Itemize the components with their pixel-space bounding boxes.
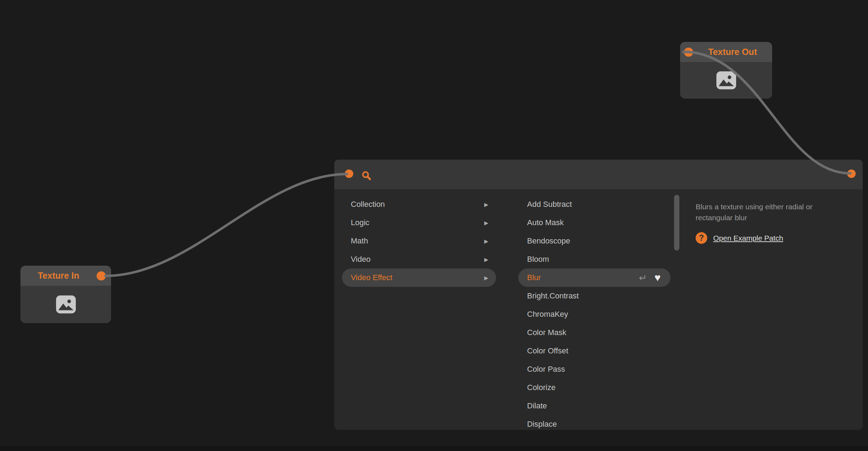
op-item-bloom[interactable]: Bloom	[518, 250, 671, 268]
op-label: Bendoscope	[527, 236, 663, 246]
op-item-add-subtract[interactable]: Add Subtract	[518, 195, 671, 214]
category-item-logic[interactable]: Logic▶	[342, 214, 496, 232]
wire-texture-in-to-search	[105, 174, 347, 276]
op-item-blur[interactable]: Blur ♥	[518, 268, 671, 287]
op-label: Color Offset	[527, 346, 663, 356]
op-item-auto-mask[interactable]: Auto Mask	[518, 214, 671, 232]
op-label: Bloom	[527, 255, 663, 264]
category-item-math[interactable]: Math▶	[342, 232, 496, 250]
op-item-color-mask[interactable]: Color Mask	[518, 323, 671, 342]
open-example-patch-link[interactable]: Open Example Patch	[713, 234, 783, 242]
op-label: Auto Mask	[527, 218, 663, 227]
op-search-dialog: Collection▶Logic▶Math▶Video▶Video Effect…	[334, 160, 863, 430]
op-label: Bright.Contrast	[527, 291, 663, 301]
category-label: Collection	[351, 200, 484, 209]
input-port[interactable]	[684, 48, 693, 57]
op-description: Blurs a texture using either radial or r…	[696, 201, 835, 223]
op-label: Add Subtract	[527, 200, 663, 209]
example-patch-row: ? Open Example Patch	[696, 232, 840, 244]
op-label: Color Mask	[527, 328, 663, 337]
link-end-port[interactable]	[847, 169, 856, 178]
op-item-bright-contrast[interactable]: Bright.Contrast	[518, 287, 671, 305]
submenu-arrow-icon: ▶	[484, 239, 488, 244]
image-icon	[715, 70, 737, 90]
category-label: Video	[351, 255, 484, 264]
op-item-color-pass[interactable]: Color Pass	[518, 360, 671, 378]
submenu-arrow-icon: ▶	[484, 220, 488, 226]
category-label: Logic	[351, 218, 484, 227]
category-label: Video Effect	[351, 273, 484, 282]
node-title: Texture In	[20, 271, 97, 281]
node-texture-out-body	[680, 62, 772, 99]
op-label: ChromaKey	[527, 310, 663, 319]
op-item-chromakey[interactable]: ChromaKey	[518, 305, 671, 323]
output-port[interactable]	[97, 271, 106, 280]
op-item-colorize[interactable]: Colorize	[518, 378, 671, 397]
node-texture-out-header: Texture Out	[680, 42, 772, 62]
node-title: Texture Out	[693, 47, 772, 57]
help-icon[interactable]: ?	[696, 232, 707, 244]
node-texture-out[interactable]: Texture Out	[680, 42, 772, 99]
category-item-collection[interactable]: Collection▶	[342, 195, 496, 214]
bottom-panel-edge	[0, 446, 868, 451]
op-list: Add SubtractAuto MaskBendoscopeBloomBlur…	[518, 195, 671, 430]
op-item-bendoscope[interactable]: Bendoscope	[518, 232, 671, 250]
op-list-scrollbar[interactable]	[674, 195, 679, 251]
favorite-heart-icon[interactable]: ♥	[654, 272, 661, 283]
submenu-arrow-icon: ▶	[484, 257, 488, 262]
op-label: Color Pass	[527, 365, 663, 374]
op-label: Dilate	[527, 401, 663, 410]
category-list: Collection▶Logic▶Math▶Video▶Video Effect…	[342, 195, 496, 287]
node-texture-in-body	[20, 286, 111, 323]
enter-icon	[637, 273, 647, 283]
category-item-video-effect[interactable]: Video Effect▶	[342, 268, 496, 287]
submenu-arrow-icon: ▶	[484, 275, 488, 280]
submenu-arrow-icon: ▶	[484, 202, 488, 207]
node-texture-in-header: Texture In	[20, 266, 111, 286]
patch-canvas[interactable]: Texture In Texture Out	[0, 0, 868, 451]
op-item-displace[interactable]: Displace	[518, 415, 671, 430]
node-texture-in[interactable]: Texture In	[20, 266, 111, 323]
op-label: Blur	[527, 273, 637, 282]
op-label: Colorize	[527, 383, 663, 392]
op-doc-panel: Blurs a texture using either radial or r…	[696, 201, 840, 244]
search-icon	[361, 170, 372, 181]
op-item-color-offset[interactable]: Color Offset	[518, 342, 671, 360]
link-start-port[interactable]	[345, 169, 353, 178]
category-label: Math	[351, 236, 484, 246]
image-icon	[55, 295, 77, 314]
category-item-video[interactable]: Video▶	[342, 250, 496, 268]
op-label: Displace	[527, 420, 663, 429]
op-search-input-bar[interactable]	[334, 160, 863, 189]
op-item-dilate[interactable]: Dilate	[518, 397, 671, 415]
